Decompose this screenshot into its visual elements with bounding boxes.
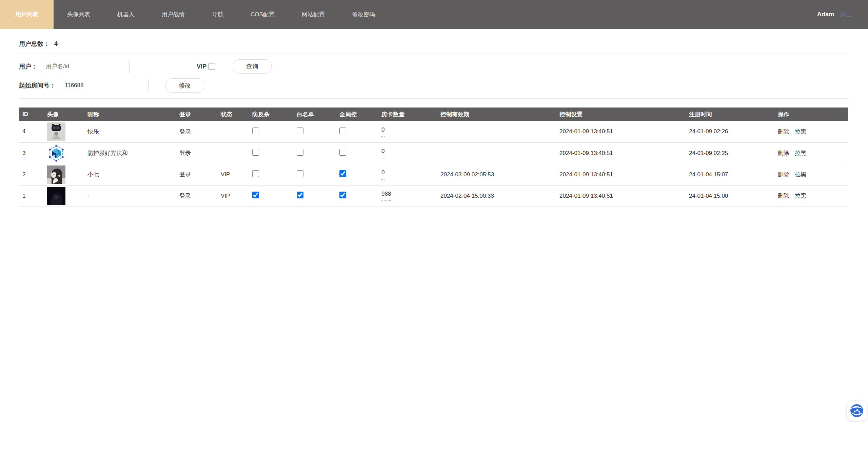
cell-control-setting: 2024-01-09 13:40:51 bbox=[557, 142, 686, 164]
vip-filter-checkbox[interactable] bbox=[209, 63, 215, 70]
whitelist-checkbox[interactable] bbox=[297, 128, 303, 134]
delete-link[interactable]: 删除 bbox=[778, 171, 789, 178]
whitelist-checkbox[interactable] bbox=[297, 149, 303, 156]
col-control-setting: 控制设置 bbox=[557, 108, 686, 121]
cell-control-expiry: 2024-03-09 02:05:53 bbox=[438, 164, 557, 185]
table-header-row: ID 头像 昵称 登录 状态 防反杀 白名单 全局控 房卡数量 控制有效期 控制… bbox=[19, 108, 848, 121]
col-register-time: 注册时间 bbox=[686, 108, 775, 121]
cell-nickname: - bbox=[85, 185, 177, 207]
logout-link[interactable]: 退出 bbox=[840, 11, 852, 19]
dotted-underline bbox=[381, 136, 384, 137]
user-filter-label: 用户： bbox=[19, 62, 37, 71]
tab-user-list[interactable]: 用户列表 bbox=[0, 0, 54, 29]
query-button[interactable]: 查询 bbox=[233, 59, 272, 74]
tab-avatar-list[interactable]: 头像列表 bbox=[54, 0, 104, 29]
tab-change-password[interactable]: 修改密码 bbox=[338, 0, 389, 29]
blacklist-link[interactable]: 拉黑 bbox=[795, 129, 806, 135]
col-global-control: 全局控 bbox=[337, 108, 379, 121]
delete-link[interactable]: 删除 bbox=[778, 150, 789, 156]
cell-register-time: 24-01-04 15:07 bbox=[686, 164, 775, 185]
room-number-input[interactable] bbox=[60, 79, 149, 92]
anime-girl-avatar bbox=[47, 165, 65, 184]
tab-site-config[interactable]: 网站配置 bbox=[288, 0, 338, 29]
col-id: ID bbox=[19, 108, 44, 121]
cell-register-time: 24-01-09 02:25 bbox=[686, 142, 775, 164]
global-control-checkbox[interactable] bbox=[339, 128, 346, 134]
translate-widget-button[interactable] bbox=[847, 401, 867, 421]
cell-id: 1 bbox=[19, 185, 44, 207]
table-row: 4 快乐 登录 bbox=[19, 121, 848, 142]
user-total: 用户总数：4 bbox=[19, 40, 849, 48]
room-number-label: 起始房间号： bbox=[19, 81, 56, 90]
whitelist-checkbox[interactable] bbox=[297, 192, 303, 198]
divider bbox=[19, 54, 849, 54]
col-card-count: 房卡数量 bbox=[379, 108, 438, 121]
blacklist-link[interactable]: 拉黑 bbox=[795, 171, 806, 178]
card-count-editable[interactable]: 0 bbox=[381, 126, 384, 137]
cell-control-expiry: 2024-02-04 15:00:33 bbox=[438, 185, 557, 207]
room-number-row: 起始房间号： 修改 bbox=[19, 78, 849, 93]
user-total-value: 4 bbox=[54, 40, 58, 47]
cell-control-expiry bbox=[438, 142, 557, 164]
delete-link[interactable]: 删除 bbox=[778, 129, 789, 135]
cell-id: 4 bbox=[19, 121, 44, 142]
dotted-underline bbox=[381, 200, 391, 201]
cell-status bbox=[218, 121, 250, 142]
whitelist-checkbox[interactable] bbox=[297, 170, 303, 177]
divider bbox=[19, 98, 849, 99]
col-control-expiry: 控制有效期 bbox=[438, 108, 557, 121]
svg-text:c: c bbox=[57, 154, 59, 158]
tab-navigation[interactable]: 导航 bbox=[198, 0, 237, 29]
user-filter-row: 用户： VIP 查询 bbox=[19, 59, 849, 74]
svg-text:u: u bbox=[57, 149, 59, 152]
cell-status: VIP bbox=[218, 164, 250, 185]
cell-status bbox=[218, 142, 250, 164]
anti-kill-checkbox[interactable] bbox=[252, 128, 259, 134]
table-row: 1 - 登录 VIP 988 2024-02-04 15:00:33 bbox=[19, 185, 848, 207]
user-total-label: 用户总数： bbox=[19, 40, 50, 47]
anti-kill-checkbox[interactable] bbox=[252, 192, 259, 198]
anti-kill-checkbox[interactable] bbox=[252, 149, 259, 156]
cell-nickname: 防护服好方法和 bbox=[85, 142, 177, 164]
tab-cos-config[interactable]: COS配置 bbox=[237, 0, 288, 29]
card-count-editable[interactable]: 0 bbox=[381, 169, 384, 180]
login-link[interactable]: 登录 bbox=[179, 129, 191, 135]
cell-nickname: 小七 bbox=[85, 164, 177, 185]
col-status: 状态 bbox=[218, 108, 250, 121]
login-link[interactable]: 登录 bbox=[179, 171, 191, 178]
tab-robots[interactable]: 机器人 bbox=[104, 0, 148, 29]
cell-id: 2 bbox=[19, 164, 44, 185]
blacklist-link[interactable]: 拉黑 bbox=[795, 150, 806, 156]
translate-icon bbox=[850, 404, 864, 418]
table-row: 3 n c u 防护服好 bbox=[19, 142, 848, 164]
cell-register-time: 24-01-04 15:00 bbox=[686, 185, 775, 207]
cell-control-setting: 2024-01-09 13:40:51 bbox=[557, 121, 686, 142]
logged-in-username: Adam bbox=[817, 11, 834, 18]
tab-user-records[interactable]: 用户战绩 bbox=[148, 0, 198, 29]
col-nickname: 昵称 bbox=[85, 108, 177, 121]
svg-text:n: n bbox=[53, 154, 55, 157]
dark-portrait-avatar bbox=[47, 187, 65, 205]
delete-link[interactable]: 删除 bbox=[778, 193, 789, 199]
user-search-input[interactable] bbox=[41, 60, 130, 73]
global-control-checkbox[interactable] bbox=[339, 192, 346, 198]
login-link[interactable]: 登录 bbox=[179, 150, 191, 156]
table-row: 2 小七 登录 VIP bbox=[19, 164, 848, 185]
global-control-checkbox[interactable] bbox=[339, 170, 346, 177]
login-link[interactable]: 登录 bbox=[179, 193, 191, 199]
col-actions: 操作 bbox=[775, 108, 848, 121]
robot-avatar bbox=[47, 122, 65, 141]
cell-nickname: 快乐 bbox=[85, 121, 177, 142]
cell-control-setting: 2024-01-09 13:40:51 bbox=[557, 164, 686, 185]
col-avatar: 头像 bbox=[44, 108, 85, 121]
user-table: ID 头像 昵称 登录 状态 防反杀 白名单 全局控 房卡数量 控制有效期 控制… bbox=[19, 108, 848, 207]
cell-id: 3 bbox=[19, 142, 44, 164]
blacklist-link[interactable]: 拉黑 bbox=[795, 193, 806, 199]
cell-control-expiry bbox=[438, 121, 557, 142]
modify-button[interactable]: 修改 bbox=[165, 78, 204, 93]
card-count-editable[interactable]: 988 bbox=[381, 191, 391, 201]
global-control-checkbox[interactable] bbox=[339, 149, 346, 156]
anti-kill-checkbox[interactable] bbox=[252, 170, 259, 177]
card-count-editable[interactable]: 0 bbox=[381, 148, 384, 158]
cube-logo-avatar: n c u bbox=[47, 144, 65, 162]
